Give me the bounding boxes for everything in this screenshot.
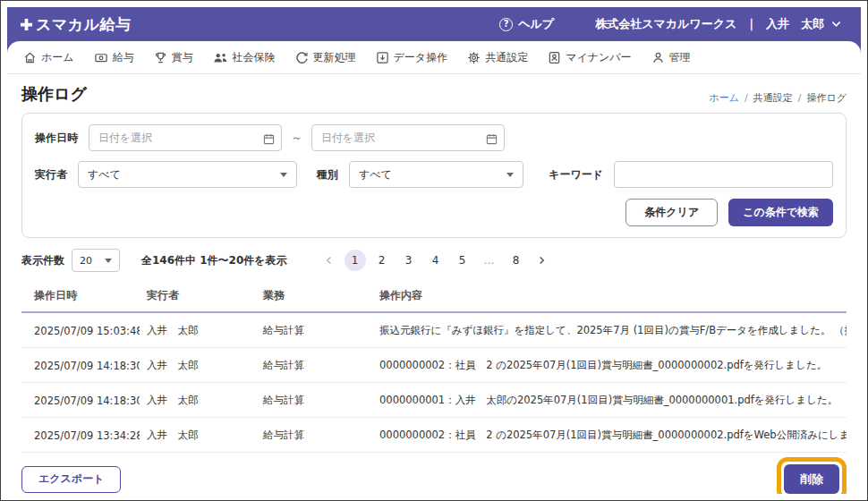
log-datetime-cell: 2025/07/09 15:03:48 [21,312,140,348]
table-row[interactable]: 2025/07/09 13:34:28 入井 太郎 給与計算 000000000… [21,418,847,453]
nav-label: 更新処理 [313,50,356,65]
nav-item-social-insurance[interactable]: 社会保険 [213,50,276,65]
search-button[interactable]: この条件で検索 [728,199,833,226]
content-sheet: ホーム 給与 賞与 社会保険 更新処理 [7,41,861,494]
page-button-3[interactable]: 3 [398,250,420,271]
window-frame: スマカル給与 ? ヘルプ 株式会社スマカルワークス ｜ 入井 太郎 [0,0,868,501]
page-content: 操作ログ ホーム / 共通設定 / 操作ログ 操作日時 [7,74,861,494]
filter-buttons-row: 条件クリア この条件で検索 [35,199,833,226]
breadcrumb-current: 操作ログ [806,91,847,105]
pager: 1 2 3 4 5 … 8 [319,250,552,271]
date-filter-label: 操作日時 [35,131,78,146]
chevron-down-icon [831,21,841,28]
page-button-1[interactable]: 1 [345,250,366,271]
caret-down-icon [280,173,287,177]
title-row: 操作ログ ホーム / 共通設定 / 操作ログ [21,83,847,105]
log-datetime-cell: 2025/07/09 14:18:30 [21,348,140,383]
log-executor-cell: 入井 太郎 [140,312,256,348]
social-insurance-people-icon [213,51,228,64]
help-link[interactable]: ? ヘルプ [499,16,554,32]
log-task-cell: 給与計算 [256,312,372,348]
nav-label: マイナンバー [566,50,631,65]
company-name: 株式会社スマカルワークス [595,16,736,32]
per-page-value: 20 [80,255,92,267]
table-row[interactable]: 2025/07/09 14:18:30 入井 太郎 給与計算 000000000… [21,383,847,418]
log-detail-cell: 0000000002：社員 2 の2025年07月(1回目)賞与明細書_0000… [372,348,847,383]
page-button-2[interactable]: 2 [371,250,393,271]
delete-button[interactable]: 削除 [784,464,839,494]
nav-label: 賞与 [172,50,193,65]
type-select-value: すべて [359,167,392,183]
date-range-separator: ～ [291,130,302,146]
delete-highlight-ring: 削除 [777,457,847,494]
refresh-icon [295,51,309,64]
user-name: 入井 太郎 [766,16,824,32]
nav-item-data-operations[interactable]: データ操作 [376,50,448,65]
account-area: 株式会社スマカルワークス ｜ 入井 太郎 [595,16,841,32]
col-header-executor: 実行者 [140,279,256,312]
executor-select[interactable]: すべて [78,161,297,188]
nav-label: ホーム [41,50,74,65]
nav-label: 社会保険 [233,50,276,65]
page-button-8[interactable]: 8 [506,250,527,271]
app-logo: スマカル給与 [20,14,132,35]
type-select[interactable]: すべて [349,161,523,188]
page-button-4[interactable]: 4 [425,250,447,271]
log-task-cell: 給与計算 [256,383,372,418]
salary-icon [94,51,108,64]
nav-label: データ操作 [394,50,448,65]
per-page-select[interactable]: 20 [72,249,120,272]
type-filter-label: 種別 [317,167,338,183]
nav-item-bonus[interactable]: 賞与 [154,50,193,65]
nav-item-update-process[interactable]: 更新処理 [295,50,356,65]
executor-select-value: すべて [88,167,121,183]
col-header-task: 業務 [256,279,372,312]
caret-down-icon [105,259,112,263]
per-page-label: 表示件数 [21,253,64,268]
keyword-filter-label: キーワード [549,167,603,183]
nav-item-admin[interactable]: 管理 [651,50,691,65]
nav-item-my-number[interactable]: マイナンバー [548,50,631,65]
nav-item-salary[interactable]: 給与 [94,50,134,65]
operation-log-table: 操作日時 実行者 業務 操作内容 2025/07/09 15:03:48 入井 … [21,279,847,453]
log-detail-cell: 0000000001：入井 太郎の2025年07月(1回目)賞与明細書_0000… [372,383,847,418]
breadcrumb: ホーム / 共通設定 / 操作ログ [710,91,847,105]
results-summary: 全146件中 1件〜20件を表示 [141,253,287,268]
bonus-trophy-icon [154,51,167,64]
filter-row-date: 操作日時 ～ [35,124,833,151]
date-from-wrap [89,124,282,151]
account-divider: ｜ [745,16,757,32]
filter-card: 操作日時 ～ 実行者 すべて [21,113,847,238]
breadcrumb-common-settings: 共通設定 [753,91,793,105]
executor-filter-label: 実行者 [35,167,67,183]
nav-item-home[interactable]: ホーム [23,50,74,65]
col-header-datetime: 操作日時 [21,279,140,312]
home-icon [23,51,37,64]
nav-label: 共通設定 [485,50,528,65]
admin-person-icon [651,51,665,64]
clear-conditions-button[interactable]: 条件クリア [625,199,718,226]
date-from-input[interactable] [89,124,282,151]
plus-cross-icon [20,18,33,31]
log-executor-cell: 入井 太郎 [140,348,256,383]
page-title: 操作ログ [21,83,87,105]
chevron-left-icon[interactable] [319,250,339,271]
export-button[interactable]: エクスポート [21,466,121,493]
help-label: ヘルプ [518,16,554,32]
nav-item-common-settings[interactable]: 共通設定 [467,50,528,65]
user-menu[interactable]: 入井 太郎 [766,16,841,32]
page-button-5[interactable]: 5 [452,250,473,271]
keyword-input[interactable] [614,161,833,188]
list-controls: 表示件数 20 全146件中 1件〜20件を表示 1 2 3 4 5 … [21,249,847,272]
log-task-cell: 給与計算 [256,418,372,453]
top-bar-right: ? ヘルプ 株式会社スマカルワークス ｜ 入井 太郎 [499,16,841,32]
log-detail-cell: 振込元銀行に『みずほ銀行』を指定して、2025年7月 (1回目)の賞与F/Bデー… [372,312,847,348]
breadcrumb-home[interactable]: ホーム [710,91,740,105]
top-bar: スマカル給与 ? ヘルプ 株式会社スマカルワークス ｜ 入井 太郎 [7,7,861,41]
filter-row-selects: 実行者 すべて 種別 すべて キーワード [35,161,833,188]
chevron-right-icon[interactable] [532,250,552,271]
table-row[interactable]: 2025/07/09 14:18:30 入井 太郎 給与計算 000000000… [21,348,847,383]
table-row[interactable]: 2025/07/09 15:03:48 入井 太郎 給与計算 振込元銀行に『みず… [21,312,847,348]
caret-down-icon [506,173,514,177]
date-to-input[interactable] [311,124,505,151]
